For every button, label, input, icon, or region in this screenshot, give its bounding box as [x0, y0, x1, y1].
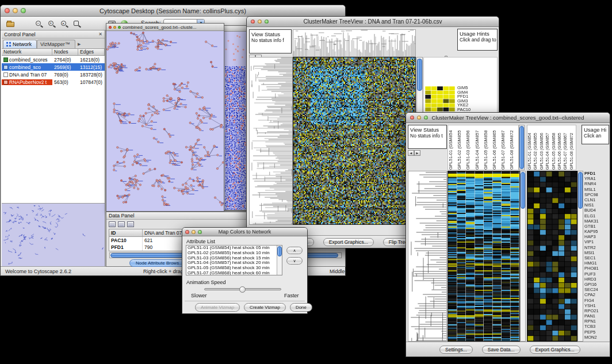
mdi-maximize-icon[interactable] [118, 26, 121, 29]
array-label[interactable]: GPL51-03 (GSM856 [465, 125, 474, 170]
gene-label[interactable]: PFD1 [457, 94, 492, 99]
network-row[interactable]: combined_sco 2569(6) 13112(15) [2, 63, 105, 71]
gene-label[interactable]: MAK31 [584, 219, 610, 224]
network-view-titlebar[interactable]: combined_scores_good.txt--cluste... [106, 24, 224, 31]
heatmap-vscrollbar[interactable] [520, 171, 526, 342]
column-header-network[interactable]: Network [2, 49, 52, 55]
treeview-combined-titlebar[interactable]: ClusterMaker TreeView : combined_scores_… [406, 113, 610, 123]
tab-vizmapper[interactable]: VizMapper™ [37, 40, 75, 48]
attribute-select-icon[interactable] [109, 221, 116, 227]
zoom-fit-button[interactable] [70, 18, 82, 29]
zoom-window-button[interactable] [424, 116, 428, 120]
array-label[interactable]: GPL51-05 (GSM858 [483, 125, 492, 170]
gene-label[interactable]: SEC1 [584, 255, 610, 260]
combined-detail-heatmap-canvas[interactable] [527, 171, 577, 341]
heatmap[interactable] [293, 57, 416, 225]
array-label[interactable]: GPL51-03 (GSM856 [540, 125, 545, 170]
gene-label[interactable]: SEC24 [584, 287, 610, 292]
column-header-edges[interactable]: Edges [78, 49, 105, 55]
close-button[interactable] [5, 8, 10, 13]
array-label[interactable]: GPL51-02 (GSM855 [457, 125, 465, 170]
array-label[interactable]: GPL51-02 (GSM855 [533, 125, 539, 170]
dna-detail-matrix-canvas[interactable] [425, 86, 455, 112]
gene-label[interactable]: HMG1 [584, 260, 610, 266]
network-row[interactable]: RNAPuberNov2 t 563(0) 107847(0) [2, 78, 105, 86]
row-dendrogram[interactable] [249, 57, 293, 225]
gene-label[interactable]: PAN1 [584, 313, 610, 319]
attribute-item[interactable]: GPL51-05 (GSM858) heat shock 30 min [186, 266, 277, 271]
gene-label[interactable]: RPN1 [584, 319, 610, 324]
network-overview-canvas[interactable] [3, 205, 104, 266]
minimize-button[interactable] [192, 230, 196, 234]
gene-label[interactable]: BUD4 [584, 208, 610, 213]
gene-label[interactable]: GTB1 [584, 224, 610, 229]
array-label[interactable]: GPL51-08 (GSM872 [569, 125, 575, 170]
slider-thumb[interactable] [239, 286, 246, 293]
array-label[interactable]: GPL51-07 (GSM867 [563, 125, 569, 170]
attribute-item[interactable]: GPL51-04 (GSM857) heat shock 20 min [186, 260, 277, 266]
combined-heatmap-canvas[interactable] [448, 171, 519, 341]
array-label[interactable]: GPL51-01 (GSM854 [527, 125, 533, 170]
mdi-minimize-icon[interactable] [113, 26, 116, 29]
dialog-button[interactable]: Create Vizmap [244, 303, 286, 312]
move-up-button[interactable]: ∧ [286, 247, 303, 254]
scrollbar-thumb[interactable] [519, 126, 524, 169]
gene-label[interactable]: YKE2 [457, 103, 492, 108]
gene-label[interactable]: PUF3 [584, 271, 610, 277]
treeview-action-button[interactable]: Settings... [439, 346, 473, 354]
gene-label[interactable]: PAC10 [457, 108, 492, 112]
gene-label[interactable]: PFD1 [584, 171, 610, 176]
dna-row-dendrogram-canvas[interactable] [250, 58, 292, 224]
gene-label[interactable]: RPO21 [584, 308, 610, 313]
array-label[interactable]: GPL51-04 (GSM857 [475, 125, 483, 170]
control-panel-close-icon[interactable]: ✕ [98, 32, 102, 37]
array-label[interactable]: GPL51-06 (GSM865 [557, 125, 563, 170]
zoom-window-button[interactable] [21, 8, 26, 13]
dense-window-titlebar[interactable] [224, 26, 247, 32]
gene-label[interactable]: VIP1 [584, 239, 610, 244]
column-header-nodes[interactable]: Nodes [52, 49, 78, 55]
animation-speed-slider[interactable] [204, 288, 281, 290]
network-row[interactable]: combined_scores 2764(0) 16218(0) [2, 56, 105, 63]
treeview-action-button[interactable]: Export Graphics... [323, 238, 374, 246]
combined-row-dendrogram-canvas[interactable] [408, 171, 446, 341]
attribute-matrix-icon[interactable] [127, 221, 134, 227]
column-dendrogram[interactable] [293, 29, 416, 57]
minimize-button[interactable] [13, 8, 18, 13]
gene-label[interactable]: RNR4 [584, 181, 610, 186]
gene-label[interactable]: NTR2 [584, 245, 610, 250]
minimize-button[interactable] [417, 116, 421, 120]
attribute-list-vscrollbar[interactable] [277, 246, 282, 275]
treeview-action-button[interactable]: Save Data... [482, 346, 521, 354]
close-button[interactable] [410, 116, 414, 120]
gene-label[interactable]: PHO81 [584, 266, 610, 271]
zoom-out-button[interactable]: − [32, 18, 44, 29]
gene-label[interactable]: GIM5 [457, 86, 492, 90]
attribute-item[interactable]: GPL51-01 (GSM854) heat shock 05 min [186, 246, 277, 251]
scrollbar-thumb[interactable] [417, 59, 422, 91]
gene-label[interactable]: NIS1 [584, 202, 610, 208]
gene-label[interactable]: KAP95 [584, 229, 610, 234]
gene-label[interactable]: FIG4 [584, 298, 610, 303]
scrollbar-thumb[interactable] [277, 246, 282, 256]
mdi-close-icon[interactable] [109, 26, 112, 29]
close-button[interactable] [251, 20, 255, 24]
scroll-right-icon[interactable]: ▶ [414, 150, 420, 156]
gene-label[interactable]: YSH1 [584, 303, 610, 308]
gene-label[interactable]: MON2 [584, 335, 610, 340]
node-attribute-browser-button[interactable]: Node Attribute Brows... [129, 259, 189, 267]
attribute-item[interactable]: GPL51-07 (GSM868) heat shock 60 min [186, 271, 277, 275]
gene-label[interactable]: HRD3 [584, 277, 610, 282]
array-label[interactable]: GPL51-01 (GSM854 [448, 125, 457, 170]
dense-network-canvas[interactable] [224, 32, 247, 210]
gene-label[interactable]: MSL1 [584, 187, 610, 192]
minimize-button[interactable] [258, 20, 262, 24]
zoom-window-button[interactable] [198, 230, 202, 234]
zoom-in-button[interactable]: + [44, 18, 57, 29]
gene-label[interactable]: ELG1 [584, 213, 610, 219]
dna-col-dendrogram-canvas[interactable] [293, 30, 415, 56]
column-header-id[interactable]: ID [109, 229, 143, 236]
zoom-window-button[interactable] [265, 20, 269, 24]
row-dendrogram[interactable] [408, 171, 447, 342]
cytoscape-titlebar[interactable]: Cytoscape Desktop (Session Name: collins… [1, 5, 345, 17]
